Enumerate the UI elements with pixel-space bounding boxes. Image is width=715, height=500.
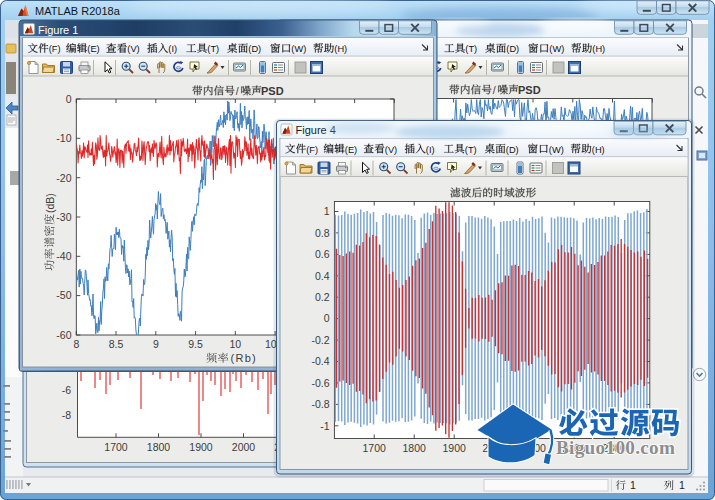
svg-text:Biguo100.com: Biguo100.com — [556, 437, 675, 458]
